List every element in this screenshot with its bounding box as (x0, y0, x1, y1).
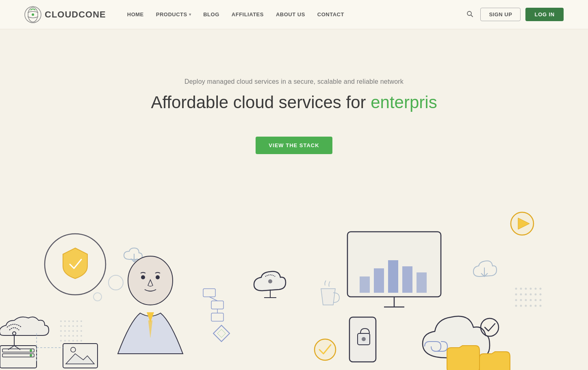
login-button[interactable]: LOG IN (525, 8, 564, 21)
svg-point-8 (72, 320, 74, 322)
svg-rect-64 (388, 260, 398, 293)
svg-point-91 (520, 299, 522, 301)
svg-point-18 (64, 330, 66, 332)
svg-point-85 (520, 294, 522, 296)
nav-contact[interactable]: CONTACT (312, 8, 349, 21)
view-stack-button[interactable]: VIEW THE STACK (256, 137, 332, 154)
nav-affiliates[interactable]: AFFILIATES (227, 8, 269, 21)
hero-subtitle: Deploy managed cloud services in a secur… (184, 78, 404, 85)
svg-point-42 (93, 293, 102, 301)
navbar: CLOUDCONE HOME PRODUCTS ▾ BLOG AFFILIATE… (0, 0, 588, 29)
svg-point-60 (268, 279, 272, 283)
nav-links: HOME PRODUCTS ▾ BLOG AFFILIATES ABOUT US… (122, 8, 464, 21)
svg-point-28 (80, 335, 82, 337)
svg-point-88 (535, 294, 537, 296)
svg-point-22 (80, 330, 82, 332)
svg-point-51 (141, 275, 145, 279)
svg-point-29 (60, 340, 62, 342)
svg-point-25 (68, 335, 70, 337)
svg-point-33 (76, 340, 78, 342)
svg-point-19 (68, 330, 70, 332)
hero-title: Affordable cloud services for enterpris (151, 93, 437, 112)
signup-button[interactable]: SIGN UP (480, 8, 521, 21)
search-button[interactable] (464, 8, 475, 21)
svg-point-32 (72, 340, 74, 342)
svg-point-47 (30, 354, 32, 357)
svg-point-15 (76, 325, 78, 327)
svg-rect-63 (374, 268, 384, 293)
dropdown-arrow-icon: ▾ (189, 12, 191, 17)
svg-point-5 (60, 320, 62, 322)
svg-rect-55 (211, 313, 223, 321)
svg-point-94 (535, 299, 537, 301)
svg-point-34 (80, 340, 82, 342)
svg-point-78 (515, 288, 517, 290)
logo-text: CLOUDCONE (45, 9, 106, 20)
svg-point-92 (525, 299, 527, 301)
svg-point-2 (32, 13, 34, 16)
svg-rect-62 (360, 276, 370, 293)
svg-point-101 (540, 305, 542, 307)
svg-point-13 (68, 325, 70, 327)
svg-point-96 (515, 305, 517, 307)
svg-point-97 (520, 305, 522, 307)
svg-point-52 (156, 275, 160, 279)
svg-point-21 (76, 330, 78, 332)
logo-link[interactable]: CLOUDCONE (24, 6, 106, 23)
svg-point-50 (128, 256, 173, 305)
svg-point-81 (530, 288, 532, 290)
svg-point-14 (72, 325, 74, 327)
hero-illustration (0, 207, 588, 370)
svg-point-17 (60, 330, 62, 332)
logo-icon (24, 6, 41, 23)
svg-point-82 (535, 288, 537, 290)
svg-point-98 (525, 305, 527, 307)
svg-point-6 (64, 320, 66, 322)
svg-point-102 (315, 339, 336, 360)
svg-point-84 (515, 294, 517, 296)
svg-point-20 (72, 330, 74, 332)
svg-point-30 (64, 340, 66, 342)
svg-point-26 (72, 335, 74, 337)
svg-point-87 (530, 294, 532, 296)
svg-point-12 (64, 325, 66, 327)
svg-point-95 (540, 299, 542, 301)
svg-point-83 (540, 288, 542, 290)
search-icon (466, 11, 473, 17)
svg-point-72 (481, 318, 499, 336)
svg-rect-65 (402, 266, 412, 293)
hero-title-highlight: enterpris (371, 93, 437, 112)
svg-point-16 (80, 325, 82, 327)
svg-point-24 (64, 335, 66, 337)
svg-point-99 (530, 305, 532, 307)
svg-point-11 (60, 325, 62, 327)
nav-about[interactable]: ABOUT US (271, 8, 310, 21)
svg-point-100 (535, 305, 537, 307)
svg-point-79 (520, 288, 522, 290)
nav-actions: SIGN UP LOG IN (464, 8, 564, 21)
svg-point-93 (530, 299, 532, 301)
svg-line-56 (209, 297, 217, 301)
svg-point-9 (76, 320, 78, 322)
svg-line-4 (471, 15, 473, 17)
svg-point-80 (525, 288, 527, 290)
nav-blog[interactable]: BLOG (198, 8, 224, 21)
svg-point-46 (30, 349, 32, 352)
svg-point-31 (68, 340, 70, 342)
hero-section: Deploy managed cloud services in a secur… (0, 29, 588, 370)
svg-point-10 (80, 320, 82, 322)
nav-home[interactable]: HOME (122, 8, 149, 21)
svg-point-89 (540, 294, 542, 296)
svg-rect-54 (211, 301, 223, 309)
svg-point-86 (525, 294, 527, 296)
svg-point-27 (76, 335, 78, 337)
svg-point-41 (108, 275, 123, 290)
svg-point-90 (515, 299, 517, 301)
nav-products[interactable]: PRODUCTS ▾ (151, 8, 196, 21)
svg-rect-53 (203, 289, 215, 297)
hero-title-prefix: Affordable cloud services for (151, 93, 371, 112)
svg-point-71 (362, 337, 366, 341)
svg-rect-66 (417, 272, 427, 293)
svg-point-23 (60, 335, 62, 337)
svg-point-7 (68, 320, 70, 322)
